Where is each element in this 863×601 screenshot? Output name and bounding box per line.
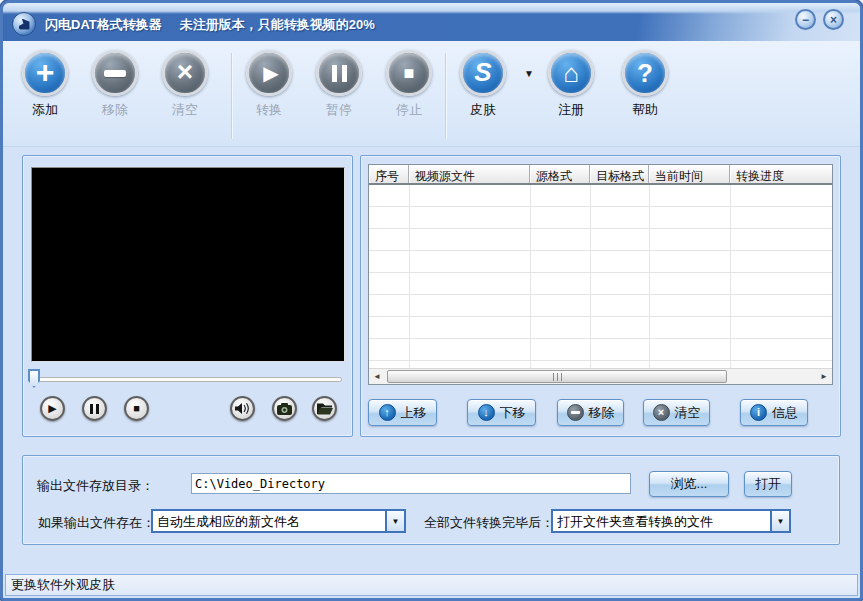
list-clear-button[interactable]: × 清空 bbox=[643, 399, 710, 426]
scroll-left-arrow-icon[interactable]: ◄ bbox=[369, 369, 385, 384]
clear-icon: × bbox=[162, 50, 208, 96]
column-header-dstfmt[interactable]: 目标格式 bbox=[590, 165, 649, 183]
help-button[interactable]: ? 帮助 bbox=[617, 50, 673, 119]
unregistered-notice: 未注册版本，只能转换视频的20% bbox=[180, 17, 375, 32]
stop-icon: ■ bbox=[133, 403, 140, 414]
x-icon: × bbox=[653, 404, 670, 421]
toolbar-separator bbox=[445, 53, 447, 139]
register-button[interactable]: ⌂ 注册 bbox=[543, 50, 599, 119]
skin-button[interactable]: S 皮肤 bbox=[455, 50, 511, 119]
stop-label: 停止 bbox=[381, 101, 437, 119]
info-button[interactable]: i 信息 bbox=[740, 399, 808, 426]
register-home-icon: ⌂ bbox=[548, 50, 594, 96]
exists-policy-select[interactable]: 自动生成相应的新文件名 ▼ bbox=[151, 509, 406, 533]
thumb-grip bbox=[553, 373, 562, 381]
output-settings-box: 输出文件存放目录： 浏览... 打开 如果输出文件存在： 自动生成相应的新文件名… bbox=[22, 455, 840, 545]
list-clear-label: 清空 bbox=[675, 404, 701, 422]
help-icon: ? bbox=[622, 50, 668, 96]
convert-button[interactable]: ▶ 转换 bbox=[241, 50, 297, 119]
convert-icon: ▶ bbox=[246, 50, 292, 96]
register-label: 注册 bbox=[543, 101, 599, 119]
video-preview bbox=[31, 167, 345, 362]
table-header-row: 序号 视频源文件 源格式 目标格式 当前时间 转换进度 bbox=[369, 165, 832, 185]
open-dir-button[interactable]: 打开 bbox=[744, 471, 792, 497]
column-divider bbox=[730, 185, 731, 368]
minus-icon bbox=[567, 404, 584, 421]
column-divider bbox=[530, 185, 531, 368]
stop-icon: ■ bbox=[386, 50, 432, 96]
add-button[interactable]: + 添加 bbox=[17, 50, 73, 119]
title-text: 闪电DAT格式转换器未注册版本，只能转换视频的20% bbox=[45, 16, 375, 34]
preview-play-button[interactable]: ▶ bbox=[40, 396, 65, 421]
preview-stop-button[interactable]: ■ bbox=[124, 396, 149, 421]
skin-dropdown-arrow-icon[interactable]: ▼ bbox=[524, 68, 534, 79]
camera-icon bbox=[277, 403, 292, 415]
output-dir-input[interactable] bbox=[191, 473, 631, 494]
scroll-right-arrow-icon[interactable]: ► bbox=[816, 369, 832, 384]
file-table: 序号 视频源文件 源格式 目标格式 当前时间 转换进度 ◄ ► bbox=[368, 164, 833, 385]
move-up-button[interactable]: ↑ 上移 bbox=[368, 399, 437, 426]
window-controls: − × bbox=[795, 9, 844, 30]
up-arrow-icon: ↑ bbox=[379, 404, 396, 421]
toolbar-separator bbox=[231, 53, 233, 139]
skin-icon: S bbox=[460, 50, 506, 96]
seek-thumb[interactable] bbox=[28, 369, 40, 388]
status-text: 更换软件外观皮肤 bbox=[11, 577, 115, 592]
pause-button[interactable]: 暂停 bbox=[311, 50, 367, 119]
add-label: 添加 bbox=[17, 101, 73, 119]
column-header-progress[interactable]: 转换进度 bbox=[730, 165, 832, 183]
column-header-srcfmt[interactable]: 源格式 bbox=[530, 165, 590, 183]
preview-panel: ▶ ■ bbox=[22, 155, 353, 437]
titlebar[interactable]: 闪电DAT格式转换器未注册版本，只能转换视频的20% − × bbox=[3, 3, 860, 41]
volume-button[interactable] bbox=[230, 396, 255, 421]
speaker-icon bbox=[235, 402, 250, 415]
queue-panel: 序号 视频源文件 源格式 目标格式 当前时间 转换进度 ◄ ► ↑ bbox=[360, 155, 841, 437]
column-divider bbox=[590, 185, 591, 368]
after-convert-value: 打开文件夹查看转换的文件 bbox=[557, 513, 767, 531]
toolbar: + 添加 移除 × 清空 ▶ 转换 暂停 ■ 停止 S 皮肤 ▼ bbox=[3, 41, 860, 147]
pause-icon bbox=[316, 50, 362, 96]
help-label: 帮助 bbox=[617, 101, 673, 119]
chevron-down-icon: ▼ bbox=[385, 511, 404, 531]
open-folder-button[interactable] bbox=[312, 396, 337, 421]
exists-policy-label: 如果输出文件存在： bbox=[38, 514, 155, 532]
move-down-button[interactable]: ↓ 下移 bbox=[467, 399, 536, 426]
chevron-down-icon: ▼ bbox=[770, 511, 789, 531]
folder-icon bbox=[317, 402, 333, 415]
remove-button[interactable]: 移除 bbox=[87, 50, 143, 119]
snapshot-button[interactable] bbox=[272, 396, 297, 421]
after-convert-select[interactable]: 打开文件夹查看转换的文件 ▼ bbox=[551, 509, 791, 533]
column-divider bbox=[409, 185, 410, 368]
info-icon: i bbox=[750, 404, 767, 421]
remove-icon bbox=[92, 50, 138, 96]
scrollbar-thumb[interactable] bbox=[387, 370, 727, 383]
browse-button[interactable]: 浏览... bbox=[649, 471, 729, 497]
app-icon bbox=[12, 12, 36, 36]
output-dir-label: 输出文件存放目录： bbox=[37, 477, 154, 495]
preview-pause-button[interactable] bbox=[82, 396, 107, 421]
pause-label: 暂停 bbox=[311, 101, 367, 119]
seek-track[interactable] bbox=[31, 377, 342, 382]
list-remove-button[interactable]: 移除 bbox=[557, 399, 624, 426]
column-header-time[interactable]: 当前时间 bbox=[649, 165, 730, 183]
horizontal-scrollbar[interactable]: ◄ ► bbox=[369, 368, 832, 384]
exists-policy-value: 自动生成相应的新文件名 bbox=[157, 513, 382, 531]
window-title: 闪电DAT格式转换器 bbox=[45, 17, 162, 32]
column-header-source[interactable]: 视频源文件 bbox=[409, 165, 530, 183]
stop-button[interactable]: ■ 停止 bbox=[381, 50, 437, 119]
app-logo-glyph bbox=[19, 19, 30, 30]
remove-label: 移除 bbox=[87, 101, 143, 119]
skin-label: 皮肤 bbox=[455, 101, 511, 119]
minimize-button[interactable]: − bbox=[795, 9, 816, 30]
down-arrow-icon: ↓ bbox=[478, 404, 495, 421]
move-down-label: 下移 bbox=[500, 404, 526, 422]
open-dir-label: 打开 bbox=[755, 475, 781, 493]
add-icon: + bbox=[22, 50, 68, 96]
browse-label: 浏览... bbox=[671, 475, 708, 493]
statusbar: 更换软件外观皮肤 bbox=[5, 574, 858, 596]
close-button[interactable]: × bbox=[823, 9, 844, 30]
clear-button[interactable]: × 清空 bbox=[157, 50, 213, 119]
minimize-icon: − bbox=[802, 14, 809, 26]
column-header-index[interactable]: 序号 bbox=[369, 165, 409, 183]
app-window: 闪电DAT格式转换器未注册版本，只能转换视频的20% − × + 添加 移除 ×… bbox=[0, 0, 863, 601]
